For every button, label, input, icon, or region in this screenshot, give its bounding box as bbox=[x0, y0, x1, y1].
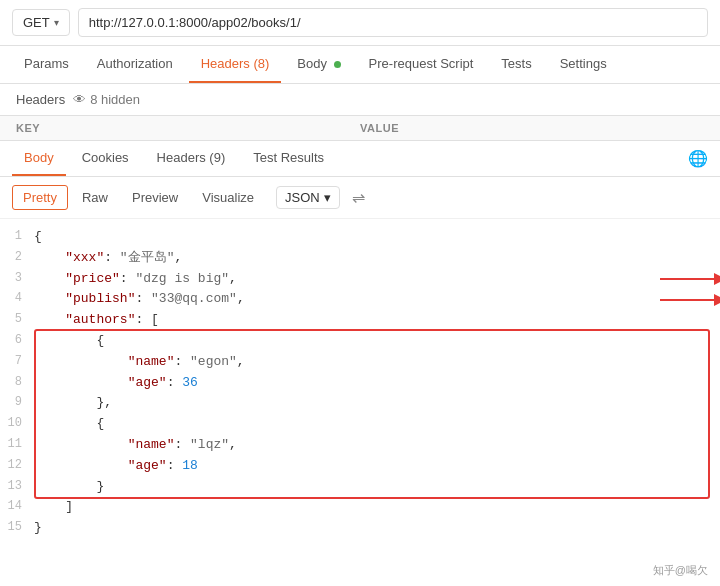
tab-tests[interactable]: Tests bbox=[489, 46, 543, 83]
fmt-tab-raw[interactable]: Raw bbox=[72, 186, 118, 209]
resp-tab-headers[interactable]: Headers (9) bbox=[145, 141, 238, 176]
code-area: 1 { 2 "xxx": "金平岛", 3 "price": "dzg is b… bbox=[0, 219, 720, 547]
method-label: GET bbox=[23, 15, 50, 30]
hidden-count: 8 hidden bbox=[90, 92, 140, 107]
kv-header-row: KEY VALUE bbox=[0, 116, 720, 141]
json-chevron-icon: ▾ bbox=[324, 190, 331, 205]
tab-pre-request[interactable]: Pre-request Script bbox=[357, 46, 486, 83]
code-line-12: 12 "age": 18 bbox=[0, 456, 720, 477]
resp-tab-cookies[interactable]: Cookies bbox=[70, 141, 141, 176]
tab-params[interactable]: Params bbox=[12, 46, 81, 83]
url-input[interactable] bbox=[78, 8, 708, 37]
code-line-8: 8 "age": 36 bbox=[0, 373, 720, 394]
code-line-4: 4 "publish": "33@qq.com", bbox=[0, 289, 720, 310]
body-dot bbox=[334, 61, 341, 68]
hidden-badge: 👁 8 hidden bbox=[73, 92, 140, 107]
code-line-14: 14 ] bbox=[0, 497, 720, 518]
code-line-3: 3 "price": "dzg is big", bbox=[0, 269, 720, 290]
fmt-tab-pretty[interactable]: Pretty bbox=[12, 185, 68, 210]
tab-settings[interactable]: Settings bbox=[548, 46, 619, 83]
key-column-header: KEY bbox=[16, 122, 360, 134]
code-line-13: 13 } bbox=[0, 477, 720, 498]
json-format-label: JSON bbox=[285, 190, 320, 205]
resp-tab-test-results[interactable]: Test Results bbox=[241, 141, 336, 176]
chevron-down-icon: ▾ bbox=[54, 17, 59, 28]
eye-icon: 👁 bbox=[73, 92, 86, 107]
code-line-10: 10 { bbox=[0, 414, 720, 435]
tab-authorization[interactable]: Authorization bbox=[85, 46, 185, 83]
code-line-11: 11 "name": "lqz", bbox=[0, 435, 720, 456]
json-format-select[interactable]: JSON ▾ bbox=[276, 186, 340, 209]
format-bar: Pretty Raw Preview Visualize JSON ▾ ⇌ bbox=[0, 177, 720, 219]
headers-label: Headers bbox=[16, 92, 65, 107]
tab-body[interactable]: Body bbox=[285, 46, 352, 83]
code-line-7: 7 "name": "egon", bbox=[0, 352, 720, 373]
globe-icon: 🌐 bbox=[688, 149, 708, 168]
value-column-header: VALUE bbox=[360, 122, 704, 134]
code-line-9: 9 }, bbox=[0, 393, 720, 414]
fmt-tab-preview[interactable]: Preview bbox=[122, 186, 188, 209]
code-line-6: 6 { bbox=[0, 331, 720, 352]
request-tabs: Params Authorization Headers (8) Body Pr… bbox=[0, 46, 720, 84]
code-line-15: 15 } bbox=[0, 518, 720, 539]
url-bar: GET ▾ bbox=[0, 0, 720, 46]
code-line-1: 1 { bbox=[0, 227, 720, 248]
headers-subbar: Headers 👁 8 hidden bbox=[0, 84, 720, 116]
tab-headers[interactable]: Headers (8) bbox=[189, 46, 282, 83]
resp-tab-body[interactable]: Body bbox=[12, 141, 66, 176]
fmt-tab-visualize[interactable]: Visualize bbox=[192, 186, 264, 209]
code-line-5: 5 "authors": [ bbox=[0, 310, 720, 331]
method-select[interactable]: GET ▾ bbox=[12, 9, 70, 36]
code-line-2: 2 "xxx": "金平岛", bbox=[0, 248, 720, 269]
response-tabs: Body Cookies Headers (9) Test Results 🌐 bbox=[0, 141, 720, 177]
wrap-icon[interactable]: ⇌ bbox=[352, 188, 365, 207]
